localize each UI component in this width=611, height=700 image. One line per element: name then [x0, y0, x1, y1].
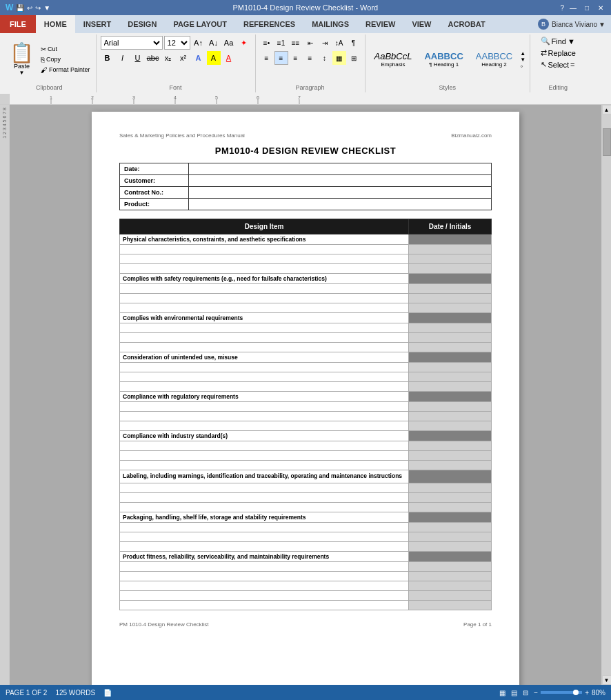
strikethrough-button[interactable]: abc	[146, 51, 160, 65]
quick-save-icon[interactable]: 💾	[16, 4, 24, 12]
checklist-date-col[interactable]	[409, 522, 492, 532]
checklist-date-col[interactable]	[409, 313, 492, 323]
checklist-date-col[interactable]	[409, 421, 492, 431]
zoom-slider[interactable]	[541, 691, 582, 694]
checklist-date-col[interactable]	[409, 502, 492, 512]
checklist-date-col[interactable]	[409, 551, 492, 561]
italic-button[interactable]: I	[116, 51, 130, 65]
checklist-date-col[interactable]	[409, 372, 492, 382]
checklist-date-col[interactable]	[409, 461, 492, 470]
checklist-date-col[interactable]	[409, 234, 492, 245]
maximize-button[interactable]: □	[582, 3, 592, 12]
numbering-button[interactable]: ≡1	[274, 36, 288, 50]
align-center-button[interactable]: ≡	[274, 51, 288, 65]
cut-button[interactable]: ✂ Cut	[39, 45, 92, 54]
tab-references[interactable]: REFERENCES	[235, 15, 303, 33]
checklist-date-col[interactable]	[409, 561, 492, 571]
info-value-contract[interactable]	[189, 187, 492, 199]
page-area[interactable]: Sales & Marketing Policies and Procedure…	[10, 105, 601, 685]
scroll-track[interactable]	[602, 114, 612, 675]
checklist-date-col[interactable]	[409, 392, 492, 402]
find-button[interactable]: 🔍 Find ▼	[538, 36, 578, 46]
checklist-date-col[interactable]	[409, 541, 492, 551]
tab-page-layout[interactable]: PAGE LAYOUT	[165, 15, 235, 33]
font-color-button[interactable]: A	[222, 51, 236, 65]
style-heading2[interactable]: AABBCC Heading 2	[471, 49, 517, 70]
checklist-date-col[interactable]	[409, 571, 492, 581]
tab-acrobat[interactable]: ACROBAT	[440, 15, 494, 33]
bold-button[interactable]: B	[101, 51, 114, 65]
checklist-date-col[interactable]	[409, 284, 492, 294]
checklist-date-col[interactable]	[409, 382, 492, 392]
tab-mailings[interactable]: MAILINGS	[303, 15, 357, 33]
scroll-thumb[interactable]	[603, 128, 611, 156]
checklist-date-col[interactable]	[409, 264, 492, 274]
zoom-in-button[interactable]: +	[585, 689, 589, 697]
checklist-date-col[interactable]	[409, 245, 492, 254]
checklist-date-col[interactable]	[409, 323, 492, 333]
checklist-date-col[interactable]	[409, 402, 492, 412]
replace-button[interactable]: ⇄ Replace	[538, 48, 579, 58]
paste-dropdown[interactable]: ▼	[19, 70, 25, 76]
styles-scroll[interactable]: ▲ ▼ ⬦	[520, 50, 525, 69]
view-web-icon[interactable]: ▤	[511, 689, 517, 697]
style-emphasis[interactable]: AaBbCcL Emphasis	[370, 49, 417, 70]
checklist-date-col[interactable]	[409, 343, 492, 352]
view-read-icon[interactable]: ⊟	[523, 689, 528, 697]
checklist-date-col[interactable]	[409, 254, 492, 264]
checklist-date-col[interactable]	[409, 441, 492, 451]
proofing-icon[interactable]: 📄	[103, 689, 112, 697]
underline-button[interactable]: U	[131, 51, 145, 65]
style-heading1[interactable]: AABBCC ¶ Heading 1	[419, 49, 468, 70]
zoom-slider-thumb[interactable]	[573, 690, 579, 695]
checklist-date-col[interactable]	[409, 512, 492, 522]
font-size-select[interactable]: 12	[164, 36, 190, 50]
sort-button[interactable]: ↕A	[332, 36, 346, 50]
tab-view[interactable]: VIEW	[403, 15, 439, 33]
checklist-date-col[interactable]	[409, 412, 492, 421]
increase-indent-button[interactable]: ⇥	[318, 36, 332, 50]
change-case-button[interactable]: Aa	[222, 36, 236, 50]
checklist-date-col[interactable]	[409, 352, 492, 363]
copy-button[interactable]: ⎘ Copy	[39, 55, 92, 64]
bullets-button[interactable]: ≡•	[260, 36, 274, 50]
checklist-date-col[interactable]	[409, 431, 492, 441]
select-button[interactable]: ↖ Select =	[538, 59, 578, 70]
tab-file[interactable]: FILE	[0, 15, 36, 33]
tab-insert[interactable]: INSERT	[75, 15, 119, 33]
view-print-icon[interactable]: ▦	[499, 689, 505, 697]
user-dropdown-icon[interactable]: ▼	[599, 21, 605, 28]
checklist-date-col[interactable]	[409, 532, 492, 541]
checklist-date-col[interactable]	[409, 451, 492, 461]
quick-undo-icon[interactable]: ↩	[27, 4, 32, 12]
align-right-button[interactable]: ≡	[289, 51, 303, 65]
clear-format-button[interactable]: ✦	[237, 36, 251, 50]
help-icon[interactable]: ?	[560, 4, 564, 12]
shrink-font-button[interactable]: A↓	[207, 36, 221, 50]
format-painter-button[interactable]: 🖌 Format Painter	[39, 66, 92, 74]
info-value-product[interactable]	[189, 199, 492, 210]
tab-home[interactable]: HOME	[36, 15, 75, 33]
checklist-date-col[interactable]	[409, 294, 492, 303]
borders-button[interactable]: ⊞	[347, 51, 361, 65]
info-value-date[interactable]	[189, 163, 492, 175]
shading-button[interactable]: ▦	[332, 51, 346, 65]
find-dropdown-icon[interactable]: ▼	[568, 37, 575, 46]
tab-review[interactable]: REVIEW	[357, 15, 403, 33]
multilevel-button[interactable]: ≡≡	[289, 36, 303, 50]
scroll-down-button[interactable]: ▼	[602, 675, 612, 685]
show-hide-button[interactable]: ¶	[347, 36, 361, 50]
highlight-button[interactable]: A	[207, 51, 221, 65]
superscript-button[interactable]: x²	[177, 51, 190, 65]
scroll-up-button[interactable]: ▲	[602, 105, 612, 114]
tab-design[interactable]: DESIGN	[119, 15, 165, 33]
checklist-date-col[interactable]	[409, 600, 492, 610]
checklist-date-col[interactable]	[409, 363, 492, 372]
decrease-indent-button[interactable]: ⇤	[303, 36, 317, 50]
close-button[interactable]: ✕	[596, 3, 605, 12]
minimize-button[interactable]: —	[568, 3, 578, 12]
justify-button[interactable]: ≡	[303, 51, 317, 65]
font-family-select[interactable]: Arial	[101, 36, 163, 50]
grow-font-button[interactable]: A↑	[192, 36, 206, 50]
select-dropdown-icon[interactable]: =	[570, 61, 574, 69]
